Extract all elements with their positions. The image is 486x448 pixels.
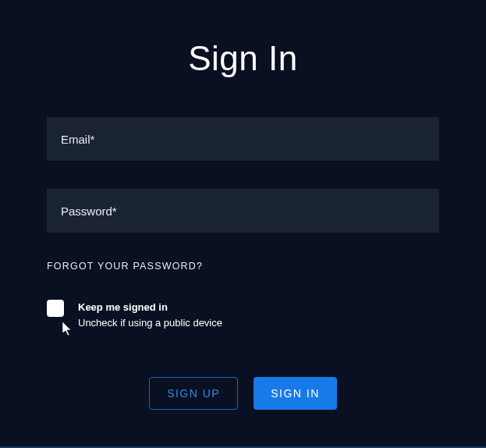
remember-checkbox[interactable] bbox=[47, 300, 64, 317]
password-label: Password* bbox=[61, 204, 117, 218]
signin-form: Sign In Email* Password* FORGOT YOUR PAS… bbox=[0, 0, 486, 410]
signin-button[interactable]: SIGN IN bbox=[254, 377, 337, 410]
button-row: SIGN UP SIGN IN bbox=[47, 377, 439, 410]
password-field[interactable]: Password* bbox=[47, 189, 439, 233]
remember-line2: Uncheck if using a public device bbox=[78, 315, 222, 331]
email-field[interactable]: Email* bbox=[47, 117, 439, 161]
remember-text: Keep me signed in Uncheck if using a pub… bbox=[78, 300, 222, 330]
signup-button[interactable]: SIGN UP bbox=[149, 377, 238, 410]
email-label: Email* bbox=[61, 133, 94, 146]
remember-line1: Keep me signed in bbox=[78, 300, 222, 315]
remember-row: Keep me signed in Uncheck if using a pub… bbox=[47, 300, 439, 330]
forgot-password-link[interactable]: FORGOT YOUR PASSWORD? bbox=[47, 261, 439, 272]
page-title: Sign In bbox=[47, 39, 439, 78]
